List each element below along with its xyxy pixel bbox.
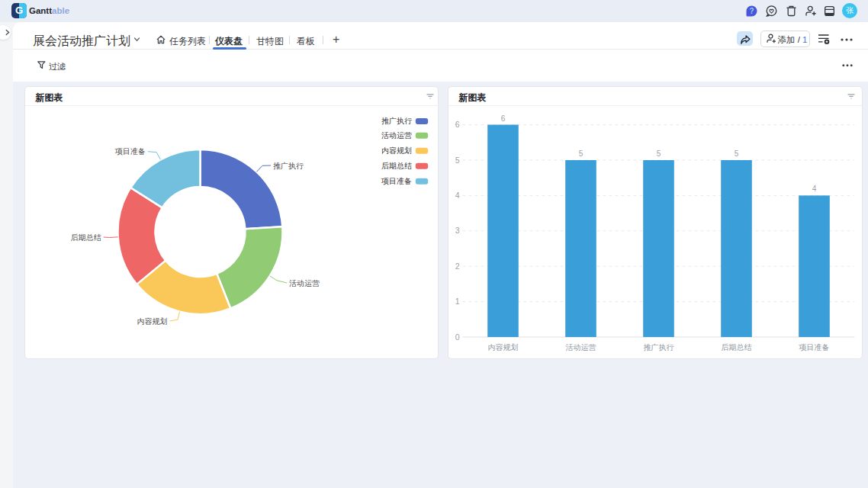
svg-text:5: 5 — [656, 149, 661, 158]
svg-text:推广执行: 推广执行 — [643, 343, 674, 352]
svg-text:4: 4 — [812, 185, 816, 193]
svg-text:6: 6 — [455, 120, 459, 129]
svg-text:活动运营: 活动运营 — [565, 343, 596, 352]
svg-text:项目准备: 项目准备 — [114, 147, 146, 156]
svg-text:3: 3 — [455, 226, 459, 235]
svg-text:内容规划: 内容规划 — [487, 343, 518, 352]
svg-text:?: ? — [749, 7, 754, 15]
svg-text:项目准备: 项目准备 — [798, 343, 829, 352]
svg-text:后期总结: 后期总结 — [381, 162, 412, 170]
svg-text:5: 5 — [455, 156, 459, 165]
svg-text:后期总结: 后期总结 — [721, 343, 751, 352]
svg-text:推广执行: 推广执行 — [381, 117, 412, 125]
svg-text:5: 5 — [734, 149, 738, 158]
svg-text:0: 0 — [455, 332, 459, 342]
svg-text:2: 2 — [455, 262, 459, 271]
svg-text:活动运营: 活动运营 — [289, 279, 320, 287]
svg-text:项目准备: 项目准备 — [381, 177, 412, 185]
svg-text:内容规划: 内容规划 — [381, 146, 412, 155]
svg-text:活动运营: 活动运营 — [381, 131, 412, 140]
svg-text:6: 6 — [500, 114, 505, 123]
svg-text:1: 1 — [455, 297, 459, 306]
svg-text:内容规划: 内容规划 — [137, 317, 167, 326]
svg-text:5: 5 — [578, 149, 583, 158]
svg-text:推广执行: 推广执行 — [273, 162, 304, 170]
svg-text:4: 4 — [455, 191, 459, 200]
svg-text:后期总结: 后期总结 — [71, 233, 101, 242]
